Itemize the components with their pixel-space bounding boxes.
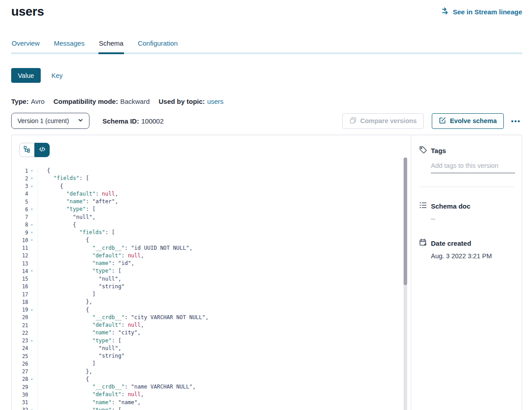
code-line: 23▾ "type": [ <box>12 337 411 345</box>
add-tags-input[interactable] <box>431 162 515 173</box>
code-line: 26 ] <box>12 360 411 367</box>
code-line: 15 "null", <box>12 275 411 283</box>
schema-doc-title: Schema doc <box>431 202 470 210</box>
fold-toggle-icon[interactable]: ▾ <box>28 337 38 345</box>
code-editor-lines[interactable]: 1▾{2▾ "fields": [3▾ {4 "default": null,5… <box>12 167 411 410</box>
fold-toggle-icon[interactable]: ▾ <box>28 221 38 229</box>
evolve-schema-button[interactable]: Evolve schema <box>432 113 504 129</box>
code-line-text: "default": null, <box>38 190 118 198</box>
fold-toggle-icon[interactable]: ▾ <box>28 175 38 182</box>
code-line-text: ] <box>38 360 95 367</box>
fold-toggle-icon[interactable]: ▾ <box>28 205 38 213</box>
code-line: 30 "default": null, <box>12 391 411 398</box>
see-in-stream-lineage-link[interactable]: See in Stream lineage <box>442 7 522 16</box>
line-number: 13 <box>12 261 28 267</box>
code-line-text: "default": null, <box>38 252 144 260</box>
schema-meta: Type: Avro Compatibility mode: Backward … <box>11 98 522 105</box>
more-options-button[interactable]: ••• <box>510 117 522 125</box>
used-by-label: Used by topic: <box>159 98 205 105</box>
code-line-text: "type": [ <box>38 406 121 410</box>
code-line: 9▾ "fields": [ <box>12 229 411 236</box>
line-number: 30 <box>12 392 28 398</box>
tags-title: Tags <box>431 147 446 154</box>
fold-toggle-icon[interactable]: ▾ <box>28 406 38 410</box>
line-number: 24 <box>12 345 28 351</box>
tab-messages[interactable]: Messages <box>54 39 85 52</box>
version-select[interactable]: Version 1 (current) <box>11 113 89 129</box>
code-line-text: "type": [ <box>38 267 121 275</box>
code-line-text: "__crdb__": "name VARCHAR NULL", <box>38 383 196 391</box>
used-by-topic-link[interactable]: users <box>207 98 224 105</box>
date-created-section: Date created Aug. 3 2022 3:21 PM <box>419 239 515 260</box>
line-number: 21 <box>12 322 28 329</box>
line-number: 9 <box>12 230 28 236</box>
code-line-text: "name": "after", <box>38 198 118 205</box>
line-number: 1 <box>12 168 28 174</box>
schema-page: users See in Stream lineage Overview Mes… <box>0 0 532 410</box>
code-line-text: }, <box>38 368 92 376</box>
tab-configuration[interactable]: Configuration <box>137 39 178 52</box>
code-line-text: "string" <box>38 352 124 360</box>
code-line: 12 "default": null, <box>12 252 411 260</box>
schema-doc-icon <box>419 201 427 210</box>
code-line-text: "fields": [ <box>38 175 89 182</box>
code-line-text: ] <box>38 290 95 298</box>
code-line: 18 }, <box>12 298 411 306</box>
type-value: Avro <box>31 98 45 105</box>
key-toggle-button[interactable]: Key <box>51 72 63 79</box>
evolve-schema-label: Evolve schema <box>450 117 497 124</box>
code-line: 16 "string" <box>12 283 411 290</box>
code-line: 2▾ "fields": [ <box>12 175 411 182</box>
code-line: 14▾ "type": [ <box>12 267 411 275</box>
code-line: 10▾ { <box>12 236 411 244</box>
code-line-text: { <box>38 183 63 190</box>
value-toggle-button[interactable]: Value <box>11 68 41 83</box>
line-number: 29 <box>12 384 28 390</box>
code-line: 27 }, <box>12 368 411 376</box>
code-line: 25 "string" <box>12 352 411 360</box>
tree-view-icon <box>24 146 30 154</box>
line-number: 16 <box>12 283 28 290</box>
schema-doc-section: Schema doc -- <box>419 201 515 222</box>
line-number: 12 <box>12 252 28 259</box>
schema-doc-value: -- <box>431 215 515 222</box>
fold-toggle-icon[interactable]: ▾ <box>28 229 38 236</box>
line-number: 26 <box>12 361 28 367</box>
code-line: 17 ] <box>12 290 411 298</box>
line-number: 20 <box>12 314 28 320</box>
code-view-button[interactable] <box>34 143 50 157</box>
tab-overview[interactable]: Overview <box>11 39 40 52</box>
line-number: 27 <box>12 368 28 375</box>
code-line-text: }, <box>38 298 92 306</box>
fold-toggle-icon[interactable]: ▾ <box>28 236 38 244</box>
compare-versions-button[interactable]: Compare versions <box>342 113 424 129</box>
line-number: 2 <box>12 175 28 182</box>
code-line-text: "string" <box>38 283 124 290</box>
compare-versions-icon <box>349 117 357 125</box>
line-number: 5 <box>12 199 28 205</box>
tab-schema[interactable]: Schema <box>98 39 124 52</box>
fold-toggle-icon[interactable]: ▾ <box>28 267 38 275</box>
fold-toggle-icon[interactable]: ▾ <box>28 306 38 314</box>
scrollbar-thumb[interactable] <box>404 158 407 285</box>
compatibility-mode: Compatibility mode: Backward <box>53 98 149 105</box>
editor-view-toggle <box>19 143 50 157</box>
chevron-down-icon <box>78 117 83 124</box>
line-number: 4 <box>12 191 28 197</box>
line-number: 32 <box>12 407 28 410</box>
schema-doc-header: Schema doc <box>419 201 515 210</box>
page-title: users <box>11 4 44 20</box>
tree-view-button[interactable] <box>19 143 34 157</box>
code-line: 11 "__crdb__": "id UUID NOT NULL", <box>12 244 411 252</box>
code-line-text: "default": null, <box>38 321 144 329</box>
line-number: 15 <box>12 276 28 282</box>
fold-toggle-icon[interactable]: ▾ <box>28 183 38 190</box>
fold-toggle-icon[interactable]: ▾ <box>28 167 38 175</box>
evolve-schema-icon <box>439 117 446 125</box>
code-pane: 1▾{2▾ "fields": [3▾ {4 "default": null,5… <box>12 135 411 410</box>
date-created-title: Date created <box>431 239 471 247</box>
code-line: 32▾ "type": [ <box>12 406 411 410</box>
stream-lineage-icon <box>442 7 450 16</box>
code-line: 31 "name": "name", <box>12 399 411 406</box>
fold-toggle-icon[interactable]: ▾ <box>28 376 38 383</box>
